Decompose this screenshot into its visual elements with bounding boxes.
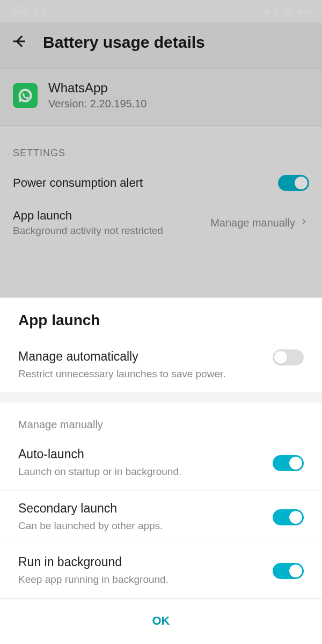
auto-launch-label: Auto-launch	[18, 447, 262, 462]
secondary-launch-row[interactable]: Secondary launch Can be launched by othe…	[0, 491, 322, 545]
app-launch-sheet: App launch Manage automatically Restrict…	[0, 297, 322, 644]
run-background-row[interactable]: Run in background Keep app running in ba…	[0, 544, 322, 598]
secondary-launch-toggle[interactable]	[273, 509, 304, 525]
secondary-launch-sub: Can be launched by other apps.	[18, 519, 262, 533]
sheet-divider	[0, 392, 322, 402]
secondary-launch-label: Secondary launch	[18, 501, 262, 516]
auto-launch-toggle[interactable]	[273, 455, 304, 471]
auto-launch-row[interactable]: Auto-launch Launch on startup or in back…	[0, 436, 322, 491]
ok-button[interactable]: OK	[0, 598, 322, 644]
run-background-label: Run in background	[18, 555, 262, 569]
manage-auto-toggle[interactable]	[273, 349, 304, 365]
manage-auto-sub: Restrict unnecessary launches to save po…	[18, 367, 262, 382]
run-background-toggle[interactable]	[273, 563, 304, 579]
manage-auto-row[interactable]: Manage automatically Restrict unnecessar…	[0, 340, 322, 392]
manual-header: Manage manually	[0, 402, 322, 436]
run-background-sub: Keep app running in background.	[18, 573, 262, 587]
manage-auto-label: Manage automatically	[18, 349, 262, 364]
auto-launch-sub: Launch on startup or in background.	[18, 465, 262, 479]
sheet-title: App launch	[0, 298, 322, 340]
